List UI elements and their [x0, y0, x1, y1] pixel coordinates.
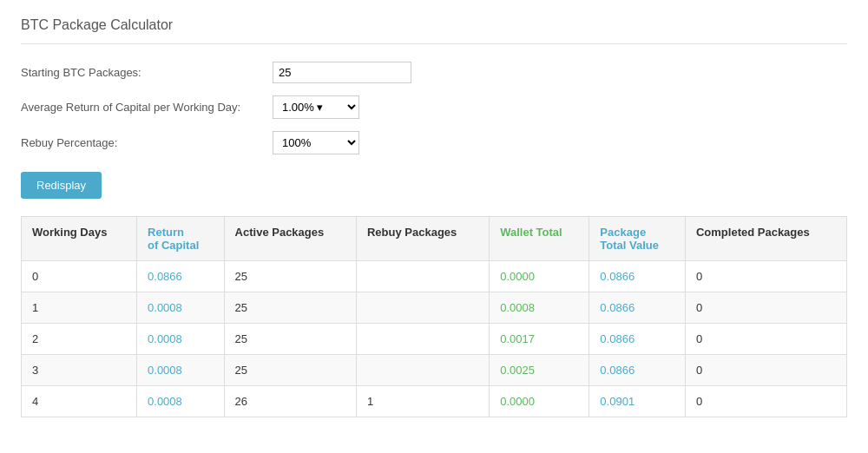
table-cell [356, 355, 489, 386]
table-cell: 0 [685, 292, 846, 324]
page-container: BTC Package Calculator Starting BTC Pack… [0, 0, 868, 435]
table-cell: 1 [356, 386, 489, 417]
table-cell: 0 [685, 324, 846, 355]
table-section: Working Days Returnof Capital Active Pac… [21, 216, 847, 417]
table-cell: 25 [224, 292, 356, 324]
table-row: 20.0008250.00170.08660 [22, 324, 847, 355]
average-return-select[interactable]: 1.00% ▾ 1.25% 1.50% 1.75% 2.00% [273, 95, 359, 119]
table-cell: 0.0000 [490, 261, 589, 292]
table-cell: 0.0866 [589, 324, 686, 355]
form-section: Starting BTC Packages: Average Return of… [21, 62, 847, 199]
table-cell [356, 261, 489, 292]
page-title: BTC Package Calculator [21, 17, 847, 44]
table-cell: 25 [224, 261, 356, 292]
table-cell: 3 [22, 355, 137, 386]
table-row: 10.0008250.00080.08660 [22, 292, 847, 324]
table-cell: 0.0866 [589, 355, 686, 386]
table-body: 00.0866250.00000.0866010.0008250.00080.0… [22, 261, 847, 417]
col-header-wallet-total: Wallet Total [490, 217, 589, 261]
table-cell: 0.0025 [490, 355, 589, 386]
starting-packages-input[interactable] [273, 62, 411, 83]
table-row: 00.0866250.00000.08660 [22, 261, 847, 292]
results-table: Working Days Returnof Capital Active Pac… [21, 216, 847, 417]
table-cell: 0.0866 [137, 261, 225, 292]
table-cell: 0.0017 [490, 324, 589, 355]
starting-packages-row: Starting BTC Packages: [21, 62, 847, 83]
col-header-completed-packages: Completed Packages [685, 217, 846, 261]
table-cell: 0.0008 [137, 292, 225, 324]
average-return-row: Average Return of Capital per Working Da… [21, 95, 847, 119]
table-cell: 0.0008 [137, 386, 225, 417]
table-cell: 1 [22, 292, 137, 324]
table-cell [356, 292, 489, 324]
col-header-working-days: Working Days [22, 217, 137, 261]
table-cell: 0.0008 [137, 324, 225, 355]
col-header-rebuy-packages: Rebuy Packages [356, 217, 489, 261]
table-cell: 25 [224, 355, 356, 386]
col-header-return-of-capital: Returnof Capital [137, 217, 225, 261]
col-header-package-total-value: PackageTotal Value [589, 217, 686, 261]
rebuy-percentage-row: Rebuy Percentage: 100% 75% 50% 25% 0% [21, 131, 847, 154]
col-header-active-packages: Active Packages [224, 217, 356, 261]
table-row: 40.00082610.00000.09010 [22, 386, 847, 417]
rebuy-percentage-label: Rebuy Percentage: [21, 136, 273, 149]
starting-packages-label: Starting BTC Packages: [21, 66, 273, 79]
table-cell: 0 [685, 261, 846, 292]
table-cell: 0.0866 [589, 292, 686, 324]
redisplay-row: Redisplay [21, 167, 847, 199]
table-cell: 26 [224, 386, 356, 417]
table-cell: 0.0008 [137, 355, 225, 386]
table-cell: 0.0008 [490, 292, 589, 324]
table-cell: 0.0901 [589, 386, 686, 417]
rebuy-percentage-select[interactable]: 100% 75% 50% 25% 0% [273, 131, 359, 154]
table-cell: 0.0000 [490, 386, 589, 417]
table-row: 30.0008250.00250.08660 [22, 355, 847, 386]
redisplay-button[interactable]: Redisplay [21, 172, 102, 199]
table-cell: 0 [22, 261, 137, 292]
table-header-row: Working Days Returnof Capital Active Pac… [22, 217, 847, 261]
table-cell: 4 [22, 386, 137, 417]
table-cell [356, 324, 489, 355]
table-cell: 25 [224, 324, 356, 355]
table-cell: 2 [22, 324, 137, 355]
average-return-label: Average Return of Capital per Working Da… [21, 101, 273, 114]
table-cell: 0 [685, 355, 846, 386]
table-cell: 0.0866 [589, 261, 686, 292]
table-cell: 0 [685, 386, 846, 417]
